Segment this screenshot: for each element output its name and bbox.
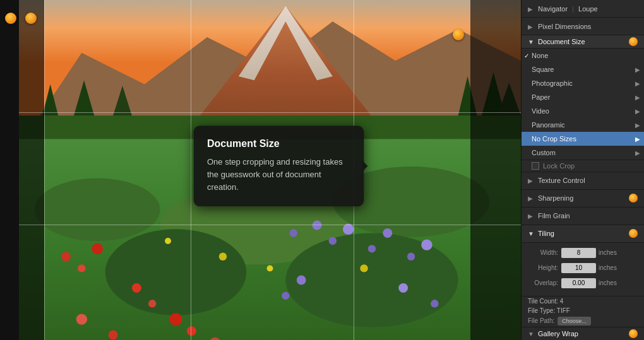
lock-crop-checkbox[interactable]	[532, 162, 539, 170]
svg-point-41	[431, 300, 438, 307]
no-crop-arrow: ▶	[635, 136, 640, 143]
lock-crop-label: Lock Crop	[543, 162, 575, 170]
gallery-wrap-dot	[629, 329, 638, 338]
tiling-arrow: ▼	[528, 230, 534, 237]
video-arrow: ▶	[635, 108, 640, 115]
dropdown-panoramic[interactable]: Panoramic ▶	[522, 118, 644, 132]
svg-point-39	[282, 292, 289, 300]
document-size-header[interactable]: ▼ Document Size	[522, 35, 644, 49]
overlap-label: Overlap:	[528, 279, 558, 286]
panel-row-pixel-dimensions[interactable]: ▶ Pixel Dimensions	[522, 18, 644, 35]
svg-point-17	[61, 252, 71, 261]
svg-point-45	[360, 264, 367, 272]
doc-size-dropdown: ✓ None Square ▶ Photographic ▶ Paper ▶ V…	[522, 49, 644, 160]
svg-point-23	[187, 326, 196, 336]
overlap-row: Overlap: inches	[528, 277, 638, 290]
overlap-input[interactable]	[561, 278, 596, 288]
photo-area: Document Size One step cropping and resi…	[19, 0, 521, 340]
navigator-arrow: ▶	[528, 6, 534, 12]
panel-row-navigator[interactable]: ▶ Navigator | Loupe	[522, 0, 644, 18]
svg-point-27	[76, 314, 87, 324]
file-path-row: File Path: Choose...	[522, 315, 644, 327]
document-size-arrow: ▼	[528, 38, 534, 45]
svg-point-20	[132, 283, 141, 293]
tiling-fields: Width: inches Height: inches Overlap: in…	[522, 243, 644, 296]
panel-row-film-grain[interactable]: ▶ Film Grain	[522, 208, 644, 225]
lock-crop-row[interactable]: Lock Crop	[522, 160, 644, 172]
square-arrow: ▶	[635, 66, 640, 73]
custom-arrow: ▶	[635, 149, 640, 156]
file-path-label: File Path:	[528, 317, 554, 324]
dropdown-no-crop-label: No Crop Sizes	[532, 135, 576, 143]
file-type-row: File Type: TIFF	[522, 306, 644, 315]
panoramic-arrow: ▶	[635, 122, 640, 129]
navigator-label: Navigator | Loupe	[538, 5, 638, 13]
document-size-dot	[629, 37, 638, 46]
overlap-unit: inches	[599, 279, 617, 286]
height-unit: inches	[599, 264, 617, 271]
svg-point-35	[383, 228, 392, 238]
svg-point-43	[219, 253, 227, 261]
texture-arrow: ▶	[528, 177, 534, 184]
width-row: Width: inches	[528, 247, 638, 259]
svg-point-30	[290, 229, 297, 237]
height-row: Height: inches	[528, 262, 638, 274]
svg-point-12	[35, 179, 160, 241]
pixel-dimensions-label: Pixel Dimensions	[538, 23, 638, 30]
right-panel: ▶ Navigator | Loupe ▶ Pixel Dimensions ▼…	[521, 0, 644, 340]
file-type-value: File Type: TIFF	[528, 307, 570, 314]
tooltip-title: Document Size	[207, 138, 350, 149]
svg-point-42	[165, 238, 171, 244]
nav-separator: |	[572, 5, 576, 13]
width-label: Width:	[528, 249, 558, 256]
height-input[interactable]	[561, 263, 596, 273]
dropdown-photographic[interactable]: Photographic ▶	[522, 76, 644, 90]
sharpening-dot	[629, 194, 638, 202]
tooltip-body: One step cropping and resizing takes the…	[207, 156, 350, 194]
svg-point-15	[105, 229, 247, 315]
svg-point-33	[343, 224, 354, 235]
svg-point-37	[421, 239, 432, 250]
gallery-wrap-label: Gallery Wrap	[538, 330, 629, 337]
gallery-wrap-arrow: ▼	[528, 331, 534, 337]
svg-point-34	[368, 245, 376, 252]
texture-label: Texture Control	[538, 177, 638, 184]
dropdown-video-label: Video	[532, 107, 549, 115]
panel-row-texture[interactable]: ▶ Texture Control	[522, 172, 644, 190]
dropdown-none[interactable]: ✓ None	[522, 49, 644, 62]
dropdown-paper[interactable]: Paper ▶	[522, 90, 644, 104]
svg-point-38	[297, 276, 306, 285]
sharpening-arrow: ▶	[528, 195, 534, 201]
photographic-arrow: ▶	[635, 80, 640, 87]
svg-point-31	[313, 221, 322, 230]
tile-count-row: Tile Count: 4	[522, 296, 644, 306]
pixel-dimensions-arrow: ▶	[528, 23, 534, 30]
dropdown-panoramic-label: Panoramic	[532, 121, 565, 129]
svg-point-21	[148, 300, 156, 307]
svg-point-40	[398, 283, 408, 293]
dropdown-custom[interactable]: Custom ▶	[522, 146, 644, 160]
dropdown-square[interactable]: Square ▶	[522, 62, 644, 76]
crop-dark-right	[470, 0, 521, 340]
dropdown-custom-label: Custom	[532, 149, 556, 156]
panel-row-sharpening[interactable]: ▶ Sharpening	[522, 190, 644, 208]
svg-point-22	[170, 313, 182, 325]
sharpening-label: Sharpening	[538, 194, 629, 202]
tile-count-value: Tile Count: 4	[528, 298, 563, 305]
width-input[interactable]	[561, 248, 596, 258]
dropdown-square-label: Square	[532, 66, 554, 73]
tiling-dot	[629, 229, 638, 238]
paper-arrow: ▶	[635, 94, 640, 101]
orange-dot-left	[5, 13, 16, 24]
choose-button[interactable]: Choose...	[558, 317, 591, 325]
panel-row-tiling[interactable]: ▼ Tiling	[522, 225, 644, 243]
width-unit: inches	[599, 249, 617, 256]
film-grain-arrow: ▶	[528, 213, 534, 219]
dropdown-no-crop-sizes[interactable]: No Crop Sizes ▶	[522, 132, 644, 146]
document-size-label: Document Size	[538, 38, 629, 45]
dropdown-video[interactable]: Video ▶	[522, 104, 644, 118]
svg-point-28	[109, 331, 118, 340]
crop-dark-left	[19, 0, 44, 340]
svg-point-32	[329, 237, 337, 245]
gallery-wrap-row[interactable]: ▼ Gallery Wrap	[522, 327, 644, 340]
